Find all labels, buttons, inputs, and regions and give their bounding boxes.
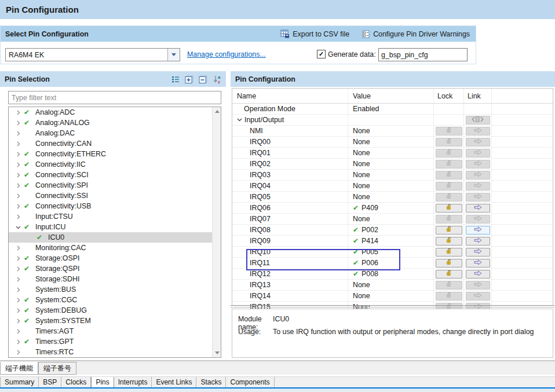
tree-item-storage-ospi[interactable]: ✔Storage:OSPI (9, 253, 221, 263)
tree-item-connectivity-usb[interactable]: ✔Connectivity:USB (9, 201, 221, 211)
table-row-irq06[interactable]: IRQ06✔P409 (232, 203, 553, 214)
generate-data-field[interactable] (378, 48, 468, 61)
lock-button[interactable] (436, 248, 462, 257)
tree-item-connectivity-spi[interactable]: ✔Connectivity:SPI (9, 180, 221, 190)
table-row-operation-mode[interactable]: Operation ModeEnabled (232, 104, 553, 115)
tree-item-connectivity-sci[interactable]: ✔Connectivity:SCI (9, 170, 221, 180)
scroll-up-icon[interactable] (213, 107, 221, 116)
tab-pins[interactable]: Pins (91, 377, 114, 388)
row-value[interactable]: None (348, 148, 434, 158)
lock-button[interactable] (436, 270, 462, 279)
configure-warnings-button[interactable]: Configure Pin Driver Warnings (362, 30, 470, 38)
tree-item-connectivity-iic[interactable]: ✔Connectivity:IIC (9, 159, 221, 170)
chevron-right-icon[interactable] (16, 350, 24, 355)
row-value[interactable]: None (348, 214, 434, 224)
table-row-irq03[interactable]: IRQ03None (232, 170, 553, 181)
chevron-right-icon[interactable] (16, 141, 24, 146)
chevron-right-icon[interactable] (16, 204, 24, 209)
tree-item-connectivity-ssi[interactable]: Connectivity:SSI (9, 190, 221, 201)
configuration-select[interactable]: RA6M4 EK (5, 48, 180, 61)
link-arrow-button[interactable] (466, 259, 490, 268)
row-value[interactable]: None (348, 280, 434, 290)
table-row-irq14[interactable]: IRQ14None (232, 291, 553, 302)
link-arrow-button[interactable] (466, 270, 490, 279)
chevron-down-icon[interactable] (16, 225, 24, 230)
chevron-right-icon[interactable] (16, 173, 24, 178)
tab-components[interactable]: Components (226, 377, 274, 388)
tree-item-storage-sdhi[interactable]: Storage:SDHI (9, 274, 221, 284)
lock-button[interactable] (436, 204, 462, 213)
row-value[interactable]: None (348, 291, 434, 301)
link-arrow-button[interactable] (466, 226, 490, 235)
tree-item-timers-gpt[interactable]: ✔Timers:GPT (9, 336, 221, 347)
table-row-irq10[interactable]: IRQ10✔P005 (232, 247, 553, 258)
chevron-right-icon[interactable] (16, 318, 24, 324)
chevron-right-icon[interactable] (16, 266, 24, 272)
row-value[interactable]: None (348, 159, 434, 169)
filter-input[interactable] (8, 91, 221, 104)
tree-item-input-icu[interactable]: ✔Input:ICU (9, 222, 221, 232)
chevron-right-icon[interactable] (16, 193, 24, 199)
chevron-right-icon[interactable] (16, 183, 24, 188)
chevron-right-icon[interactable] (16, 110, 24, 115)
chevron-right-icon[interactable] (16, 131, 24, 136)
table-row-irq04[interactable]: IRQ04None (232, 181, 553, 192)
table-row-irq09[interactable]: IRQ09✔P414 (232, 236, 553, 247)
tree-item-storage-qspi[interactable]: ✔Storage:QSPI (9, 263, 221, 274)
tree-item-system-bus[interactable]: System:BUS (9, 284, 221, 295)
table-row-irq05[interactable]: IRQ05None (232, 192, 553, 203)
link-arrow-button[interactable] (466, 248, 490, 257)
chevron-right-icon[interactable] (16, 120, 24, 126)
tree-item-system-system[interactable]: ✔System:SYSTEM (9, 316, 221, 326)
table-row-irq07[interactable]: IRQ07None (232, 214, 553, 225)
table-row-irq00[interactable]: IRQ00None (232, 137, 553, 148)
chevron-right-icon[interactable] (16, 162, 24, 167)
table-row-irq01[interactable]: IRQ01None (232, 148, 553, 159)
tree-scrollbar[interactable] (212, 107, 221, 357)
table-row-input-output[interactable]: Input/Output (232, 115, 553, 126)
chevron-right-icon[interactable] (16, 214, 24, 219)
editor-tab-1[interactable]: 端子機能 (0, 362, 38, 375)
expand-all-icon[interactable] (185, 75, 193, 83)
chevron-right-icon[interactable] (16, 287, 24, 292)
manage-configurations-link[interactable]: Manage configurations... (187, 50, 266, 58)
table-row-irq02[interactable]: IRQ02None (232, 159, 553, 170)
tree-item-timers-rtc[interactable]: Timers:RTC (9, 347, 221, 357)
sort-az-icon[interactable]: az (213, 75, 221, 83)
tab-clocks[interactable]: Clocks (61, 377, 91, 388)
lock-button[interactable] (436, 226, 462, 235)
row-value[interactable]: None (348, 137, 434, 147)
tab-summary[interactable]: Summary (0, 377, 39, 388)
row-value[interactable]: None (348, 192, 434, 202)
lock-button[interactable] (436, 237, 462, 246)
editor-tab-2[interactable]: 端子番号 (38, 362, 76, 375)
tree-item-input-ctsu[interactable]: Input:CTSU (9, 211, 221, 222)
table-row-irq13[interactable]: IRQ13None (232, 280, 553, 291)
tree-item-analog-dac[interactable]: Analog:DAC (9, 128, 221, 138)
export-csv-button[interactable]: Export to CSV file (280, 30, 349, 38)
table-row-irq12[interactable]: IRQ12✔P008 (232, 269, 553, 280)
chevron-down-icon[interactable] (237, 116, 242, 124)
row-value[interactable]: None (348, 181, 434, 191)
tab-bsp[interactable]: BSP (39, 377, 61, 388)
tree-item-analog-analog[interactable]: ✔Analog:ANALOG (9, 118, 221, 128)
chevron-right-icon[interactable] (16, 277, 24, 282)
chevron-right-icon[interactable] (16, 308, 24, 313)
dropdown-arrow-icon[interactable] (167, 49, 180, 61)
table-row-irq08[interactable]: IRQ08✔P002 (232, 225, 553, 236)
link-arrow-button[interactable] (466, 237, 490, 246)
chevron-right-icon[interactable] (16, 256, 24, 261)
tab-event-links[interactable]: Event Links (152, 377, 196, 388)
tree-item-connectivity-can[interactable]: Connectivity:CAN (9, 138, 221, 149)
table-row-nmi[interactable]: NMINone (232, 126, 553, 137)
tree-item-analog-adc[interactable]: ✔Analog:ADC (9, 107, 221, 118)
lock-button[interactable] (436, 259, 462, 268)
chevron-right-icon[interactable] (16, 329, 24, 334)
tab-interrupts[interactable]: Interrupts (114, 377, 152, 388)
chevron-right-icon[interactable] (16, 152, 24, 157)
list-view-icon[interactable] (171, 75, 180, 83)
table-row-irq11[interactable]: IRQ11✔P006 (232, 258, 553, 269)
tree-item-icu0[interactable]: ✔ICU0 (9, 232, 221, 243)
tree-item-timers-agt[interactable]: Timers:AGT (9, 326, 221, 336)
scroll-down-icon[interactable] (213, 349, 221, 357)
